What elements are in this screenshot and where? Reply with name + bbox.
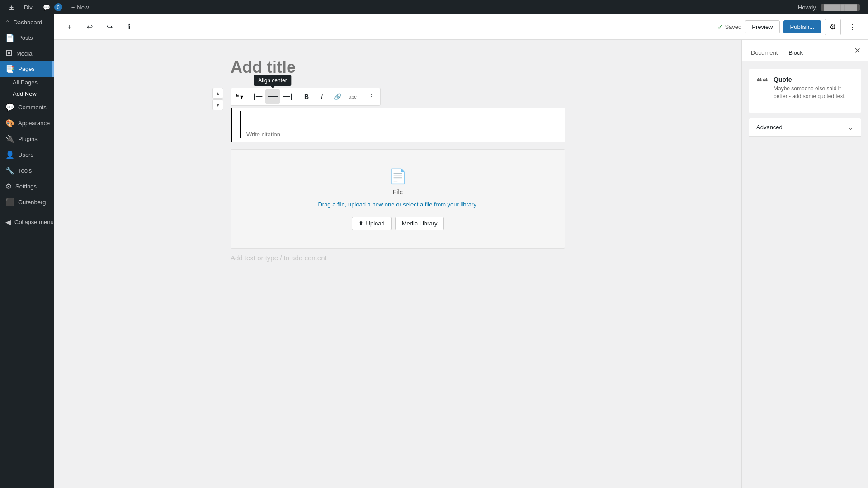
quote-type-icon: ❝ (236, 93, 239, 100)
sidebar-item-pages[interactable]: 📑 Pages (0, 61, 54, 77)
more-block-options-button[interactable]: ⋮ (364, 89, 378, 104)
quote-border (240, 111, 241, 138)
undo-button[interactable]: ↩ (81, 19, 98, 35)
sidebar-subitem-add-new[interactable]: Add New (0, 88, 54, 99)
editor-canvas: ▲ ▼ ❝ ▾ ┃ (231, 58, 565, 470)
quote-block-container: ▲ ▼ ❝ ▾ ┃ (231, 88, 565, 142)
page-title-input[interactable] (231, 58, 565, 77)
add-block-button[interactable]: + (61, 19, 78, 35)
sidebar-item-settings[interactable]: ⚙ Settings (0, 178, 54, 194)
wp-logo-item[interactable]: ⊞ (4, 0, 19, 14)
new-label: New (77, 4, 89, 11)
tab-block[interactable]: Block (783, 45, 808, 61)
undo-icon: ↩ (87, 23, 93, 31)
admin-bar: ⊞ Divi 💬 0 + New Howdy, ████████ (0, 0, 868, 14)
sidebar-item-label: Appearance (18, 120, 50, 127)
align-center-button[interactable]: ━━━ Align center (265, 89, 280, 104)
settings-gear-button[interactable]: ⚙ (825, 19, 841, 35)
sidebar-subitem-all-pages[interactable]: All Pages (0, 77, 54, 88)
block-type-switcher[interactable]: ❝ ▾ (233, 89, 246, 104)
info-icon: ℹ (128, 23, 131, 31)
block-type-description: Maybe someone else said it better - add … (774, 85, 854, 100)
advanced-chevron-icon: ⌄ (848, 124, 854, 131)
link-icon: 🔗 (334, 93, 341, 100)
add-content-placeholder: Add text or type / to add content (231, 254, 327, 262)
sidebar-item-label: Settings (15, 183, 37, 190)
dashboard-icon: ⌂ (5, 18, 10, 26)
sidebar-item-label: Gutenberg (18, 199, 46, 206)
sidebar-item-posts[interactable]: 📄 Posts (0, 30, 54, 46)
file-block-icon: 📄 (240, 168, 556, 185)
block-move-up-button[interactable]: ▲ (212, 88, 223, 99)
upload-icon: ⬆ (359, 220, 363, 227)
tab-document[interactable]: Document (745, 45, 783, 61)
align-center-icon: ━━━ (268, 94, 278, 100)
upload-button[interactable]: ⬆ Upload (352, 217, 392, 230)
preview-button[interactable]: Preview (745, 20, 779, 33)
advanced-section: Advanced ⌄ (749, 118, 861, 137)
sidebar-close-button[interactable]: ✕ (850, 43, 864, 58)
align-right-button[interactable]: ━━┃ (281, 89, 295, 104)
saved-checkmark: ✓ (717, 23, 723, 31)
advanced-header[interactable]: Advanced ⌄ (749, 118, 861, 137)
media-library-button[interactable]: Media Library (395, 217, 444, 230)
more-icon: ⋮ (849, 23, 856, 31)
sidebar-item-dashboard[interactable]: ⌂ Dashboard (0, 14, 54, 30)
sidebar-item-media[interactable]: 🖼 Media (0, 46, 54, 61)
sidebar-item-label: Pages (18, 66, 35, 72)
sidebar-item-label: Media (16, 50, 32, 57)
editor-toolbar: + ↩ ↪ ℹ ✓ Saved Preview Publ (54, 14, 868, 40)
sidebar-item-label: Posts (18, 34, 33, 41)
saved-label: Saved (725, 23, 741, 30)
site-name-item[interactable]: Divi (19, 0, 38, 14)
file-description: Drag a file, upload a new one or select … (240, 201, 556, 208)
sidebar-item-comments[interactable]: 💬 Comments (0, 99, 54, 115)
comments-item[interactable]: 💬 0 (38, 0, 67, 14)
file-link[interactable]: file (337, 201, 345, 208)
add-content-area[interactable]: Add text or type / to add content (231, 249, 565, 267)
howdy-text: Howdy, (798, 4, 817, 11)
sidebar-item-plugins[interactable]: 🔌 Plugins (0, 131, 54, 147)
redo-button[interactable]: ↪ (101, 19, 118, 35)
more-options-button[interactable]: ⋮ (844, 19, 861, 35)
block-inspector-icon: ❝❝ (756, 76, 768, 89)
pages-icon: 📑 (5, 65, 14, 73)
comments-menu-icon: 💬 (5, 103, 14, 112)
file-from-library[interactable]: file from your library (425, 201, 476, 208)
preview-label: Preview (752, 23, 773, 30)
quote-text-input[interactable] (246, 111, 558, 129)
block-move-down-button[interactable]: ▼ (212, 99, 223, 110)
collapse-menu-item[interactable]: ◀ Collapse menu (0, 214, 54, 230)
sidebar-item-gutenberg[interactable]: ⬛ Gutenberg (0, 194, 54, 210)
bold-button[interactable]: B (299, 89, 314, 104)
new-item[interactable]: + New (67, 0, 94, 14)
italic-icon: I (321, 93, 323, 100)
quote-block (231, 108, 565, 142)
link-button[interactable]: 🔗 (330, 89, 344, 104)
howdy-item[interactable]: Howdy, ████████ (793, 0, 864, 14)
redo-icon: ↪ (107, 23, 113, 31)
block-type-name: Quote (774, 76, 854, 83)
italic-button[interactable]: I (315, 89, 329, 104)
align-center-tooltip: Align center (254, 75, 291, 86)
block-tab-label: Block (788, 49, 803, 56)
sidebar-item-tools[interactable]: 🔧 Tools (0, 163, 54, 178)
sidebar-item-appearance[interactable]: 🎨 Appearance (0, 115, 54, 131)
align-left-button[interactable]: ┃━━ (250, 89, 264, 104)
citation-input[interactable] (246, 131, 558, 138)
appearance-icon: 🎨 (5, 119, 14, 127)
block-controls: ▲ ▼ (212, 88, 223, 110)
toolbar-sep-2 (297, 91, 297, 102)
sidebar-item-users[interactable]: 👤 Users (0, 147, 54, 163)
username-text: ████████ (821, 4, 860, 11)
admin-sidebar: ⌂ Dashboard 📄 Posts 🖼 Media 📑 Pages All … (0, 14, 54, 488)
info-button[interactable]: ℹ (121, 19, 137, 35)
publish-button[interactable]: Publish... (783, 20, 821, 33)
sidebar-tabs: Document Block ✕ (742, 40, 868, 61)
toolbar-sep-1 (248, 91, 248, 102)
all-pages-label: All Pages (13, 79, 38, 86)
strikethrough-button[interactable]: abc (345, 89, 360, 104)
more-block-icon: ⋮ (368, 93, 374, 100)
upload-label: Upload (366, 220, 385, 227)
publish-label: Publish... (790, 23, 814, 30)
